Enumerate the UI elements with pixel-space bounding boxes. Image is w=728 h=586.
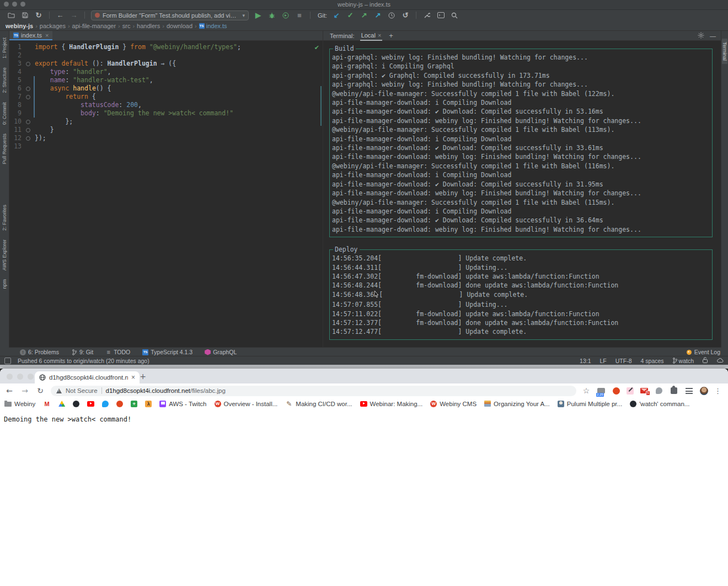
bookmark-item[interactable] [102, 401, 109, 407]
reload-icon[interactable]: ↻ [35, 386, 45, 395]
terminal-tab-local[interactable]: Local × [360, 30, 383, 41]
toolwindow-switcher-icon[interactable] [4, 358, 11, 364]
address-bar[interactable]: Not Secure d1hgd8csopkt4i.cloudfront.net… [51, 386, 576, 396]
bookmark-item[interactable]: ✎Making CI/CD wor... [285, 400, 352, 408]
new-terminal-session-button[interactable]: + [389, 31, 393, 40]
open-folder-icon[interactable] [7, 12, 15, 19]
status-widget-13-1[interactable]: 13:1 [580, 358, 591, 364]
run-with-coverage-button[interactable] [281, 12, 290, 19]
close-tab-icon[interactable]: × [131, 374, 135, 381]
breadcrumb-item[interactable]: src [121, 23, 132, 29]
git-branch-widget[interactable]: watch [673, 358, 694, 364]
bookmark-item[interactable] [58, 401, 65, 407]
tool-stripe-2-favorites[interactable]: 2: Favorites [2, 205, 7, 231]
minimize-window-button[interactable] [17, 374, 23, 380]
wrench-icon[interactable] [422, 12, 431, 19]
tool-stripe-aws-explorer[interactable]: AWS Explorer [2, 239, 7, 270]
adblock-extension-icon[interactable] [612, 386, 620, 395]
back-icon[interactable]: ← [56, 12, 65, 19]
bookmark-item[interactable]: λ [145, 401, 152, 407]
tool-stripe-npm[interactable]: npm [2, 279, 7, 289]
breadcrumb-item[interactable]: handlers [136, 23, 161, 29]
breadcrumb-item[interactable]: webiny-js [4, 23, 34, 29]
git-fetch-icon[interactable]: ↗ [373, 12, 382, 19]
bookmark-item[interactable] [87, 401, 94, 407]
breadcrumb-item[interactable]: packages [39, 23, 67, 29]
tool-stripe-pull-requests[interactable]: Pull Requests [2, 134, 7, 164]
aws-cost-extension-icon[interactable]: 2.25 [597, 386, 606, 395]
maximize-window-button[interactable] [28, 374, 34, 380]
lock-icon[interactable] [703, 357, 708, 364]
bookmark-item[interactable]: Pulumi Multiple pr... [558, 401, 622, 407]
cloud-settings-icon[interactable] [716, 358, 724, 364]
security-chip[interactable]: Not Secure [66, 387, 98, 394]
tool-stripe-1-project[interactable]: 1: Project [2, 38, 7, 58]
ide-titlebar[interactable]: webiny-js – index.ts [0, 0, 728, 10]
fold-marker-icon[interactable] [26, 95, 30, 99]
breadcrumb-item[interactable]: api-file-manager [71, 23, 117, 29]
terminal-output[interactable]: Build api-graphql: webiny log: Finished … [323, 41, 721, 348]
bookmark-item[interactable]: AWS - Twitch [159, 401, 206, 407]
extensions-puzzle-icon[interactable] [670, 386, 678, 395]
toolwindow-typescript-4-1-3[interactable]: TSTypeScript 4.1.3 [142, 349, 192, 355]
bookmark-item[interactable]: WWebiny CMS [430, 401, 477, 407]
bookmark-item[interactable] [116, 401, 123, 407]
mail-extension-icon[interactable]: 5 [640, 386, 649, 395]
breadcrumb-item[interactable]: TSindex.ts [198, 23, 228, 29]
search-everywhere-icon[interactable] [450, 12, 459, 19]
stop-button[interactable]: ■ [295, 12, 304, 19]
bookmark-item[interactable]: Organizing Your A... [484, 401, 550, 407]
run-button[interactable]: ▶ [254, 12, 263, 19]
fold-marker-icon[interactable] [26, 128, 30, 132]
debug-button[interactable] [267, 12, 276, 19]
fold-marker-icon[interactable] [26, 87, 30, 91]
bookmark-star-icon[interactable]: ☆ [582, 386, 591, 395]
terminal-window-icon[interactable] [436, 12, 445, 19]
toolwindow-todo[interactable]: ≡TODO [105, 349, 130, 355]
back-icon[interactable]: ← [4, 386, 14, 395]
tool-stripe-terminal[interactable]: Terminal [722, 39, 727, 64]
git-commit-icon[interactable]: ✓ [346, 12, 355, 19]
browser-menu-icon[interactable]: ⋮ [714, 387, 721, 395]
status-widget-utf-8[interactable]: UTF-8 [615, 358, 632, 364]
toolwindow-9-git[interactable]: 9: Git [71, 349, 93, 355]
status-widget-lf[interactable]: LF [600, 358, 607, 364]
forward-icon[interactable]: → [20, 386, 30, 395]
bookmark-item[interactable]: Webinar: Making... [360, 401, 423, 407]
fold-marker-icon[interactable] [26, 136, 30, 141]
status-widget-4-spaces[interactable]: 4 spaces [641, 358, 664, 364]
close-tab-icon[interactable]: × [45, 32, 49, 39]
playlist-extension-icon[interactable] [684, 386, 693, 395]
bookmark-item[interactable]: WOverview - Install... [215, 401, 278, 407]
sync-icon[interactable]: ↻ [34, 12, 43, 19]
event-log-button[interactable]: Event Log [687, 349, 728, 355]
settings-gear-icon[interactable] [698, 32, 704, 40]
close-window-button[interactable] [7, 374, 13, 380]
hide-panel-icon[interactable]: — [710, 33, 716, 39]
bookmark-item[interactable]: + [131, 401, 137, 407]
bookmark-item[interactable] [73, 401, 79, 407]
tool-stripe-0-commit[interactable]: 0: Commit [2, 102, 7, 125]
profile-avatar[interactable] [699, 386, 708, 395]
toolwindow-graphql[interactable]: GraphQL [205, 349, 237, 355]
git-update-icon[interactable]: ↙ [332, 12, 341, 19]
run-configuration-select[interactable]: Form Builder "Form" Test.should publish,… [91, 10, 249, 20]
git-push-icon[interactable]: ↗ [360, 12, 368, 19]
breadcrumb-item[interactable]: download [165, 23, 194, 29]
bookmark-item[interactable]: Webiny [4, 401, 35, 407]
url-text[interactable]: d1hgd8csopkt4i.cloudfront.net/files/abc.… [106, 387, 226, 394]
misc-extension-icon[interactable] [655, 386, 663, 395]
rollback-icon[interactable]: ↺ [401, 12, 410, 19]
forward-icon[interactable]: → [69, 12, 78, 19]
editor-tab-index-ts[interactable]: TS index.ts × [9, 31, 52, 40]
history-icon[interactable] [387, 12, 396, 19]
browser-tab[interactable]: d1hgd8csopkt4i.cloudfront.ne × [35, 371, 140, 383]
bookmark-item[interactable]: M [43, 400, 51, 408]
color-picker-extension-icon[interactable] [627, 387, 634, 395]
save-all-icon[interactable] [20, 12, 29, 19]
bookmark-item[interactable]: 'watch' comman... [630, 401, 689, 407]
code-editor[interactable]: 1import { HandlerPlugin } from "@webiny/… [9, 41, 323, 348]
fold-marker-icon[interactable] [26, 62, 30, 66]
toolwindow-6-problems[interactable]: !6: Problems [20, 349, 59, 355]
new-tab-button[interactable]: + [138, 372, 148, 381]
